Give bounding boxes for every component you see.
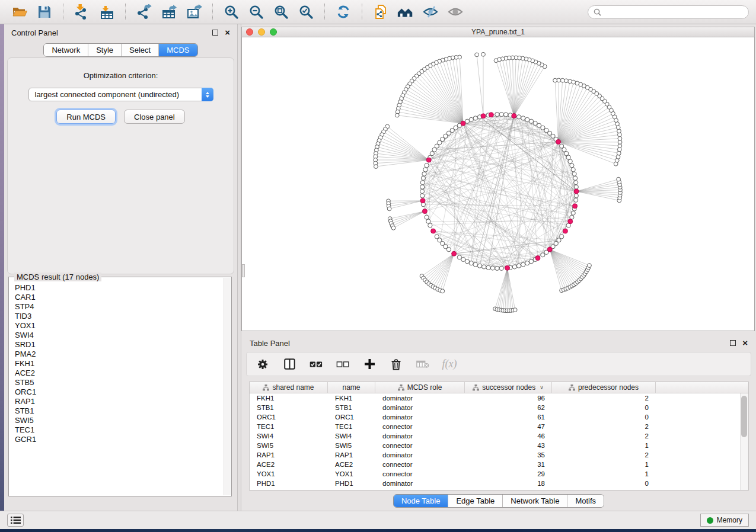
table-row[interactable]: STB1STB1dominator620 [250,403,748,412]
table-row[interactable]: SWI5SWI5connector431 [250,441,748,450]
table-row[interactable]: FKH1FKH1dominator962 [250,393,748,403]
dropdown-stepper-icon [202,88,213,101]
column-header-predecessor-nodes[interactable]: predecessor nodes [552,382,656,393]
network-window-titlebar[interactable]: YPA_prune.txt_1 [241,27,755,37]
open-folder-icon[interactable] [11,3,28,21]
tab-edge-table[interactable]: Edge Table [448,495,502,507]
add-column-icon[interactable] [363,358,376,371]
task-history-button[interactable] [7,514,24,527]
mcds-result-item[interactable]: SWI4 [15,331,225,340]
refresh-layout-icon[interactable] [334,3,352,21]
cell-successor-nodes: 31 [465,461,552,468]
delete-column-trash-icon[interactable] [390,358,403,371]
mcds-result-item[interactable]: STB5 [15,378,225,387]
mcds-result-item[interactable]: SRD1 [15,340,225,350]
close-panel-icon[interactable]: × [225,30,230,36]
search-all-networks-icon[interactable] [397,3,414,21]
zoom-out-icon[interactable] [247,3,265,21]
zoom-selected-icon[interactable] [297,3,315,21]
network-canvas[interactable] [241,37,755,331]
table-row[interactable]: SWI4SWI4dominator462 [250,431,748,441]
float-panel-icon[interactable] [212,30,218,36]
table-row[interactable]: TEC1TEC1connector472 [250,422,748,431]
mcds-result-item[interactable]: RAP1 [15,397,225,406]
table-scrollbar[interactable] [740,393,748,490]
memory-button-label: Memory [717,516,742,524]
deselect-all-icon[interactable] [336,358,349,371]
node-table-body: FKH1FKH1dominator962STB1STB1dominator620… [250,393,748,488]
close-table-panel-icon[interactable]: × [742,340,748,346]
mcds-result-list[interactable]: PHD1CAR1STP4TID3YOX1SWI4SRD1PMA2FKH1ACE2… [9,277,231,444]
column-header-successor-nodes[interactable]: successor nodes∨ [465,382,552,393]
export-network-icon[interactable] [135,3,153,21]
hide-selected-eye-slash-icon[interactable] [422,3,439,21]
run-mcds-button[interactable]: Run MCDS [56,110,116,124]
cell-mcds-role: dominator [375,451,465,459]
app-window: Control Panel × NetworkStyleSelectMCDS O… [0,0,756,532]
table-row[interactable]: ORC1ORC1dominator610 [250,412,748,422]
mcds-list-scrollbar[interactable] [224,278,231,495]
cell-mcds-role: dominator [375,404,465,411]
tab-style[interactable]: Style [88,44,121,56]
cell-successor-nodes: 35 [465,451,552,459]
graph-nodes[interactable] [374,52,623,312]
table-row[interactable]: ACE2ACE2connector311 [250,460,748,469]
network-graph[interactable] [242,37,754,330]
mcds-result-title: MCDS result (17 nodes) [14,273,101,281]
column-selector-icon[interactable] [283,358,296,371]
save-icon[interactable] [36,3,53,21]
export-image-icon[interactable] [185,3,203,21]
mcds-result-item[interactable]: PMA2 [15,350,225,359]
mcds-result-item[interactable]: SWI5 [15,416,225,425]
memory-button[interactable]: Memory [700,514,749,527]
zoom-fit-icon[interactable] [272,3,290,21]
tab-node-table[interactable]: Node Table [394,495,448,507]
tab-motifs[interactable]: Motifs [567,495,604,507]
tab-network[interactable]: Network [44,44,88,56]
sort-indicator-icon: ∨ [540,384,544,390]
tab-network-table[interactable]: Network Table [502,495,567,507]
table-row[interactable]: PHD1PHD1dominator180 [250,479,748,488]
settings-gear-icon[interactable] [256,358,269,371]
cell-shared-name: STB1 [250,404,328,411]
mcds-result-item[interactable]: STB1 [15,406,225,416]
cell-shared-name: YOX1 [250,470,328,477]
canvas-splitter-handle[interactable] [242,264,245,277]
import-network-icon[interactable] [73,3,91,21]
cell-predecessor-nodes: 1 [552,461,656,468]
mcds-result-item[interactable]: CAR1 [15,293,225,302]
export-table-icon[interactable] [160,3,178,21]
mcds-result-item[interactable]: ORC1 [15,387,225,397]
global-search-field[interactable] [588,5,749,19]
mcds-result-item[interactable]: FKH1 [15,359,225,368]
table-scrollbar-thumb[interactable] [741,396,747,437]
import-table-icon[interactable] [98,3,116,21]
mcds-result-item[interactable]: TEC1 [15,425,225,435]
select-all-icon[interactable] [310,358,323,371]
table-panel-title: Table Panel [250,339,290,348]
desktop-background-bottom [0,529,756,532]
zoom-in-icon[interactable] [222,3,240,21]
float-table-panel-icon[interactable] [730,340,736,346]
column-header-shared-name[interactable]: shared name [250,382,328,393]
tab-mcds[interactable]: MCDS [158,44,197,56]
tab-select[interactable]: Select [121,44,158,56]
mcds-result-item[interactable]: YOX1 [15,321,225,331]
column-header-mcds-role[interactable]: MCDS role [375,382,465,393]
task-list-icon [11,516,21,524]
mcds-result-item[interactable]: TID3 [15,312,225,321]
table-row[interactable]: YOX1YOX1connector291 [250,469,748,479]
duplicate-network-icon[interactable] [372,3,390,21]
column-header-name[interactable]: name [328,382,375,393]
mcds-result-item[interactable]: ACE2 [15,368,225,378]
search-input[interactable] [604,8,743,16]
mcds-result-item[interactable]: GCR1 [15,435,225,444]
mcds-result-item[interactable]: PHD1 [15,283,225,293]
close-panel-button[interactable]: Close panel [124,110,185,124]
criterion-dropdown[interactable]: largest connected component (undirected) [28,88,213,101]
panel-splitter[interactable] [237,24,241,511]
table-row[interactable]: RAP1RAP1dominator352 [250,450,748,460]
cell-successor-nodes: 29 [465,470,552,477]
mcds-result-item[interactable]: STP4 [15,302,225,312]
cell-predecessor-nodes: 0 [552,404,656,411]
